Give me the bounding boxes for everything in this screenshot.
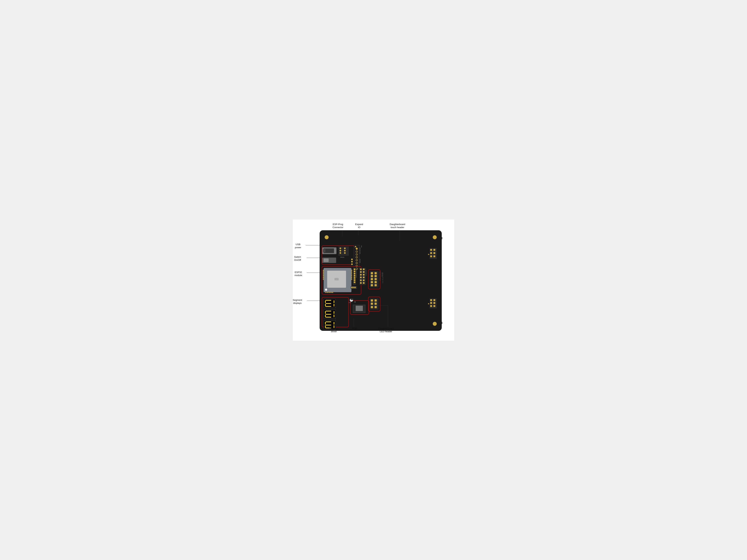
small-header-1 bbox=[351, 258, 354, 266]
gpio-header-right bbox=[360, 268, 366, 285]
small-comp-1 bbox=[351, 286, 357, 289]
seg-digit-1 bbox=[324, 299, 336, 308]
driver-ic bbox=[353, 305, 365, 313]
db-touch-vline bbox=[400, 231, 400, 241]
db-led-label: DaughterboardLED header bbox=[378, 327, 394, 333]
db-led-hline bbox=[375, 305, 388, 305]
pcb-board: POWER PROG bbox=[319, 230, 442, 331]
io-pin-labels2: IO9 IO10 bbox=[360, 259, 361, 263]
subboard-pin-labels-2: 19 17 25 13 T1 IO5 35 bbox=[380, 272, 381, 281]
displays-driver-vline bbox=[335, 319, 336, 327]
subboard-pin-labels-1: 12 T0 GND 2 4 bbox=[366, 270, 367, 276]
rgb-label: RGB bbox=[352, 327, 357, 330]
db-touch-label: Daughterboardtouch header bbox=[390, 223, 405, 229]
subboard-pin-labels-3: 32 27 12 0 bbox=[382, 272, 383, 277]
db-led-header-right bbox=[430, 298, 437, 309]
switch-label: SwitchOn/Off bbox=[294, 256, 301, 262]
gpio-labels-a: 18 T8 T4 T5 13 33 14 bbox=[356, 269, 357, 278]
led-header-arrow: ▶ bbox=[428, 302, 430, 304]
io-pin-labels: IO5 IO17 IO16 bbox=[360, 247, 361, 254]
db-led-header bbox=[370, 298, 379, 310]
segment-label: Segmentdisplays bbox=[293, 298, 302, 305]
usb-power-label: USBpower bbox=[295, 243, 301, 249]
esp32-module-board: ESP32Module bbox=[324, 268, 352, 292]
prog-board-label: PROG bbox=[340, 257, 344, 258]
subboard-connector bbox=[370, 271, 379, 287]
smd-2 bbox=[354, 301, 356, 302]
right-notch-top bbox=[441, 237, 442, 239]
usb-power-line bbox=[306, 245, 319, 245]
mount-hole-tl bbox=[325, 235, 329, 239]
db-touch-header bbox=[430, 248, 437, 259]
esp-prog-outline bbox=[322, 245, 354, 265]
seg-digit-2 bbox=[324, 310, 336, 319]
right-notch-bottom bbox=[441, 322, 442, 324]
touch-header-arrow: ▶ bbox=[428, 253, 430, 255]
mount-hole-br bbox=[433, 322, 437, 326]
page-container: POWER PROG bbox=[293, 219, 454, 341]
rgb-board-label: RGB bbox=[349, 302, 351, 303]
esp-prog-label: ESP-ProgConnector bbox=[333, 223, 343, 229]
smd-1 bbox=[351, 298, 353, 300]
esp32-label: ESP32module bbox=[294, 271, 302, 277]
expand-io-header: 3V3 bbox=[354, 245, 360, 269]
mount-hole-tr bbox=[433, 235, 437, 239]
gpio-header-left bbox=[353, 268, 356, 285]
prog-connector-block bbox=[338, 246, 349, 256]
expand-io-label: ExpandIO bbox=[355, 223, 363, 229]
displays-driver-label: Displaysdriver bbox=[330, 327, 338, 333]
